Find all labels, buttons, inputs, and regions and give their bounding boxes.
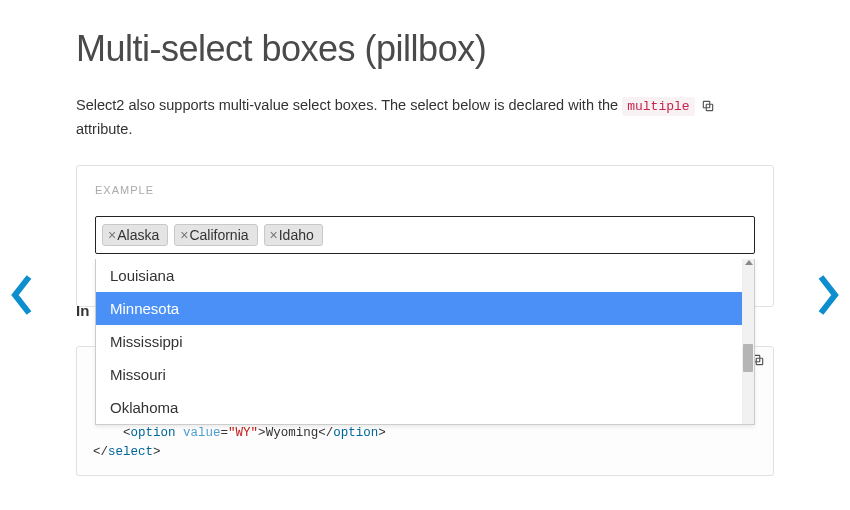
chevron-right-icon	[817, 275, 839, 315]
intro-after: attribute.	[76, 121, 132, 137]
scrollbar[interactable]	[742, 259, 754, 424]
pill-label: California	[189, 227, 248, 243]
truncated-heading: In	[76, 302, 89, 319]
example-label: EXAMPLE	[95, 184, 755, 196]
pill-alaska[interactable]: × Alaska	[102, 224, 168, 246]
intro-before: Select2 also supports multi-value select…	[76, 97, 622, 113]
close-icon[interactable]: ×	[108, 228, 116, 242]
page-title: Multi-select boxes (pillbox)	[76, 28, 774, 70]
code-line-option: <option value="WY">Wyoming</option>	[93, 424, 757, 443]
scroll-up-icon[interactable]	[745, 260, 753, 265]
pill-idaho[interactable]: × Idaho	[264, 224, 323, 246]
dropdown-list: Louisiana Minnesota Mississippi Missouri…	[96, 259, 742, 424]
option-mississippi[interactable]: Mississippi	[96, 325, 742, 358]
intro-text: Select2 also supports multi-value select…	[76, 94, 774, 141]
intro-code: multiple	[622, 97, 694, 116]
multiselect-field[interactable]: × Alaska × California × Idaho	[95, 216, 755, 254]
pill-label: Idaho	[279, 227, 314, 243]
dropdown-panel: Louisiana Minnesota Mississippi Missouri…	[95, 259, 755, 425]
scrollbar-thumb[interactable]	[743, 344, 753, 372]
chevron-left-icon	[11, 275, 33, 315]
pill-label: Alaska	[117, 227, 159, 243]
close-icon[interactable]: ×	[270, 228, 278, 242]
copy-icon[interactable]	[701, 99, 715, 113]
code-line-close: </select>	[93, 443, 757, 462]
option-oklahoma[interactable]: Oklahoma	[96, 391, 742, 424]
option-minnesota[interactable]: Minnesota	[96, 292, 742, 325]
option-missouri[interactable]: Missouri	[96, 358, 742, 391]
pill-california[interactable]: × California	[174, 224, 257, 246]
example-panel: EXAMPLE × Alaska × California × Idaho Lo…	[76, 165, 774, 307]
next-slide-button[interactable]	[812, 270, 844, 320]
close-icon[interactable]: ×	[180, 228, 188, 242]
prev-slide-button[interactable]	[6, 270, 38, 320]
option-louisiana[interactable]: Louisiana	[96, 259, 742, 292]
